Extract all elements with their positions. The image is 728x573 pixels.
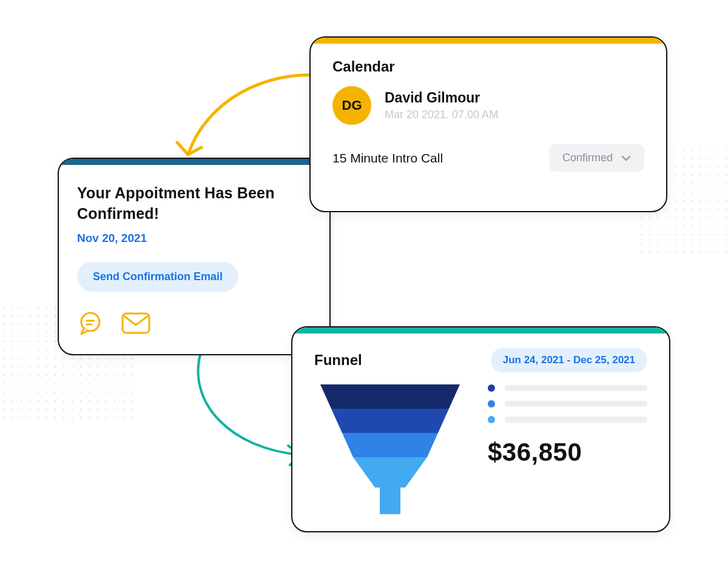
- chevron-down-icon: [621, 152, 631, 164]
- card-accent-bar: [311, 38, 666, 44]
- call-type-label: 15 Minute Intro Call: [332, 151, 443, 166]
- card-accent-bar: [59, 159, 329, 165]
- svg-point-0: [81, 313, 99, 331]
- legend-placeholder-bar: [505, 417, 647, 423]
- svg-marker-7: [353, 457, 427, 488]
- date-range-picker[interactable]: Jun 24, 2021 - Dec 25, 2021: [491, 348, 647, 372]
- appointment-title: Your Appoitment Has Been Confirmed!: [77, 183, 311, 224]
- status-label: Confirmed: [562, 152, 613, 164]
- svg-rect-3: [123, 313, 149, 333]
- svg-marker-6: [342, 433, 438, 457]
- legend-dot-icon: [488, 384, 495, 392]
- svg-marker-5: [331, 409, 449, 433]
- appointment-date: Nov 20, 2021: [77, 232, 311, 245]
- contact-name: David Gilmour: [385, 90, 498, 106]
- mail-icon[interactable]: [121, 312, 151, 335]
- avatar: DG: [332, 86, 371, 125]
- card-accent-bar: [292, 327, 669, 333]
- chat-icon[interactable]: [77, 310, 104, 337]
- legend-dot-icon: [488, 400, 495, 407]
- appointment-datetime: Mar 20 2021. 07.00 AM: [385, 109, 498, 121]
- funnel-title: Funnel: [314, 352, 362, 369]
- svg-marker-4: [320, 384, 460, 409]
- funnel-card: Funnel Jun 24, 2021 - Dec 25, 2021: [291, 326, 670, 532]
- legend-item: [488, 384, 647, 392]
- legend-item: [488, 416, 647, 423]
- legend-placeholder-bar: [505, 385, 647, 391]
- legend-dot-icon: [488, 416, 495, 423]
- arrow-calendar-to-appointment: [170, 64, 328, 167]
- funnel-chart: [314, 380, 466, 522]
- appointment-card: Your Appoitment Has Been Confirmed! Nov …: [58, 158, 331, 355]
- legend-placeholder-bar: [505, 401, 647, 407]
- svg-rect-8: [380, 488, 400, 514]
- legend-item: [488, 400, 647, 407]
- status-dropdown[interactable]: Confirmed: [549, 144, 644, 172]
- calendar-title: Calendar: [332, 58, 644, 75]
- funnel-total-amount: $36,850: [488, 438, 647, 467]
- send-confirmation-email-button[interactable]: Send Confirmation Email: [77, 262, 238, 292]
- calendar-card: Calendar DG David Gilmour Mar 20 2021. 0…: [309, 36, 667, 212]
